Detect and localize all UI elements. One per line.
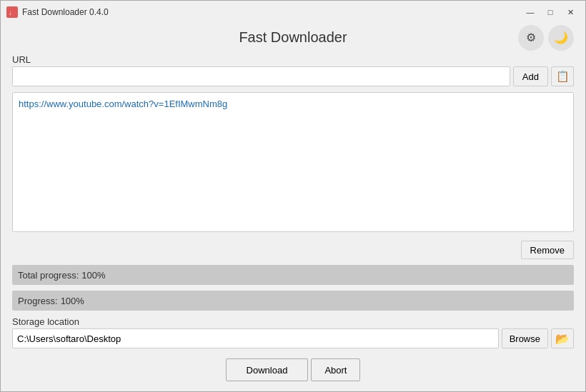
svg-text:↓: ↓	[9, 9, 12, 16]
app-icon: ↓	[6, 6, 18, 18]
remove-button[interactable]: Remove	[521, 241, 574, 259]
maximize-button[interactable]: □	[541, 5, 560, 19]
window-controls: — □ ✕	[521, 5, 580, 19]
theme-button[interactable]: 🌙	[548, 25, 574, 51]
header-buttons: ⚙ 🌙	[518, 25, 574, 51]
total-progress-label: Total progress:	[18, 270, 79, 281]
progress-bar: Progress: 100%	[12, 291, 574, 311]
app-title: Fast Downloader	[239, 29, 347, 46]
storage-row: Browse 📂	[12, 328, 574, 348]
add-button[interactable]: Add	[513, 66, 548, 86]
storage-path-input[interactable]	[12, 328, 499, 348]
url-list-item[interactable]: https://www.youtube.com/watch?v=1EfIMwmN…	[19, 99, 567, 109]
total-progress-value: 100%	[81, 270, 105, 281]
folder-icon: 📂	[555, 332, 570, 346]
url-row: Add 📋	[12, 66, 574, 86]
titlebar: ↓ Fast Downloader 0.4.0 — □ ✕	[1, 1, 585, 22]
storage-label: Storage location	[12, 316, 574, 327]
url-section: URL Add 📋	[12, 54, 574, 86]
progress-label: Progress:	[18, 296, 58, 306]
app-header: Fast Downloader ⚙ 🌙	[12, 29, 574, 46]
url-label: URL	[12, 54, 574, 65]
abort-button[interactable]: Abort	[311, 358, 360, 381]
url-list-area: https://www.youtube.com/watch?v=1EfIMwmN…	[12, 92, 574, 232]
download-button[interactable]: Download	[226, 358, 309, 381]
browse-button[interactable]: Browse	[502, 328, 548, 348]
progress-value: 100%	[61, 296, 84, 306]
theme-icon: 🌙	[554, 31, 568, 44]
remove-btn-row: Remove	[12, 241, 574, 259]
minimize-button[interactable]: —	[521, 5, 540, 19]
total-progress-bar: Total progress: 100%	[12, 265, 574, 285]
main-content: Fast Downloader ⚙ 🌙 URL Add 📋 https://ww…	[1, 22, 585, 391]
titlebar-left: ↓ Fast Downloader 0.4.0	[6, 6, 109, 18]
settings-button[interactable]: ⚙	[518, 25, 544, 51]
folder-button[interactable]: 📂	[551, 328, 574, 348]
window-title: Fast Downloader 0.4.0	[22, 7, 109, 17]
settings-icon: ⚙	[526, 31, 536, 44]
close-button[interactable]: ✕	[561, 5, 580, 19]
storage-section: Storage location Browse 📂	[12, 316, 574, 348]
clipboard-icon: 📋	[556, 70, 570, 83]
url-input[interactable]	[12, 66, 510, 86]
clipboard-button[interactable]: 📋	[551, 66, 574, 86]
action-buttons: Download Abort	[12, 358, 574, 381]
